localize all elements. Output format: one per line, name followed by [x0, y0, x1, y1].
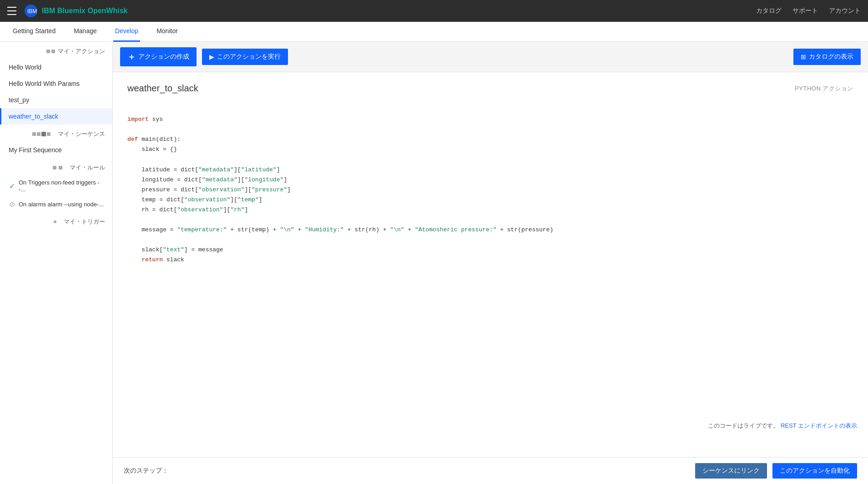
- live-code-note: このコードはライブです。 REST エンドポイントの表示: [708, 422, 857, 430]
- actions-header-label: マイ・アクション: [58, 47, 105, 55]
- triggers-section-header: マイ・トリガー: [0, 212, 112, 230]
- toolbar: ＋ アクションの作成 ▶ このアクションを実行 ⊞ カタログの表示: [113, 42, 868, 72]
- catalog-button[interactable]: ⊞ カタログの表示: [793, 49, 861, 65]
- code-block[interactable]: import sys def main(dict): slack = {} la…: [127, 105, 853, 275]
- sequences-section-header: マイ・シーケンス: [0, 125, 112, 142]
- logo: IBM IBM Bluemix OpenWhisk: [24, 4, 127, 18]
- grid-icon: ⊞: [801, 53, 806, 60]
- account-link[interactable]: アカウント: [829, 7, 861, 15]
- triggers-header-label: マイ・トリガー: [64, 218, 105, 226]
- create-action-button[interactable]: ＋ アクションの作成: [120, 47, 197, 66]
- brand-label: IBM Bluemix OpenWhisk: [42, 7, 127, 15]
- sidebar-item-weather-to-slack[interactable]: weather_to_slack: [0, 108, 112, 125]
- play-icon: ▶: [209, 53, 214, 60]
- rule-cancel-icon: ⊘: [9, 200, 15, 209]
- rules-header-label: マイ・ルール: [70, 164, 105, 172]
- run-action-label: このアクションを実行: [217, 53, 281, 61]
- automate-action-button[interactable]: このアクションを自動化: [772, 463, 857, 479]
- rules-section-header: マイ・ルール: [0, 158, 112, 175]
- bottom-bar: 次のステップ： シーケンスにリンク このアクションを自動化: [113, 457, 868, 484]
- actions-section-header: マイ・アクション: [0, 42, 112, 59]
- sidebar-item-hello-world[interactable]: Hello World: [0, 59, 112, 75]
- live-text: このコードはライブです。: [708, 422, 779, 429]
- rule-2-label: On alarms alarm --using node-...: [19, 201, 104, 208]
- sidebar: マイ・アクション Hello World Hello World With Pa…: [0, 42, 113, 484]
- catalog-link[interactable]: カタログ: [756, 7, 782, 15]
- bottom-actions: シーケンスにリンク このアクションを自動化: [695, 463, 857, 479]
- sidebar-item-rule-1[interactable]: ✓ On Triggers non-feed triggers --...: [0, 175, 112, 196]
- tab-getting-started[interactable]: Getting Started: [11, 22, 57, 42]
- rule-1-label: On Triggers non-feed triggers --...: [19, 179, 105, 193]
- sidebar-item-rule-2[interactable]: ⊘ On alarms alarm --using node-...: [0, 196, 112, 212]
- topbar: IBM IBM Bluemix OpenWhisk カタログ サポート アカウン…: [0, 0, 868, 22]
- subnav: Getting Started Manage Develop Monitor: [0, 22, 868, 42]
- code-title-bar: weather_to_slack PYTHON アクション: [127, 83, 853, 94]
- bluemix-logo-icon: IBM: [24, 4, 38, 18]
- create-action-label: アクションの作成: [138, 53, 189, 61]
- plus-icon: ＋: [127, 51, 136, 62]
- support-link[interactable]: サポート: [792, 7, 818, 15]
- tab-manage[interactable]: Manage: [72, 22, 99, 42]
- sequences-icon: [32, 132, 50, 136]
- topbar-nav: カタログ サポート アカウント: [756, 7, 861, 15]
- rest-endpoint-link[interactable]: REST エンドポイントの表示: [781, 422, 857, 429]
- content-area: ＋ アクションの作成 ▶ このアクションを実行 ⊞ カタログの表示 weathe…: [113, 42, 868, 484]
- link-sequence-button[interactable]: シーケンスにリンク: [695, 463, 767, 479]
- catalog-label: カタログの表示: [809, 53, 853, 61]
- run-action-button[interactable]: ▶ このアクションを実行: [202, 49, 288, 65]
- code-panel: weather_to_slack PYTHON アクション import sys…: [113, 72, 868, 457]
- sidebar-item-my-first-sequence[interactable]: My First Sequence: [0, 142, 112, 158]
- triggers-icon: [54, 220, 56, 223]
- actions-icon: [46, 50, 55, 53]
- sidebar-item-hello-world-params[interactable]: Hello World With Params: [0, 75, 112, 92]
- next-steps-label: 次のステップ：: [124, 467, 168, 474]
- rule-ok-icon: ✓: [9, 182, 15, 190]
- sidebar-item-test-py[interactable]: test_py: [0, 92, 112, 108]
- menu-icon[interactable]: [7, 5, 18, 16]
- svg-text:IBM: IBM: [27, 8, 37, 15]
- rules-icon: [53, 166, 62, 170]
- code-lang-label: PYTHON アクション: [795, 85, 853, 93]
- tab-monitor[interactable]: Monitor: [155, 22, 180, 42]
- code-title: weather_to_slack: [127, 83, 198, 94]
- tab-develop[interactable]: Develop: [113, 22, 140, 42]
- main-layout: マイ・アクション Hello World Hello World With Pa…: [0, 42, 868, 484]
- next-steps-area: 次のステップ：: [124, 467, 168, 475]
- sequences-header-label: マイ・シーケンス: [58, 130, 105, 138]
